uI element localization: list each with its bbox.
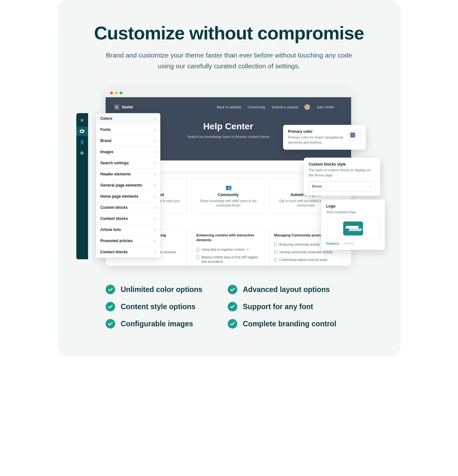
document-icon	[274, 250, 277, 254]
nav-submit[interactable]: Submit a request	[272, 105, 298, 109]
kb-link-text: Making content easy to find with toggles…	[201, 255, 260, 264]
float-desc: Your company logo	[326, 210, 380, 215]
document-icon	[196, 248, 199, 251]
panel-item-fonts[interactable]: Fonts›	[96, 124, 160, 135]
panel-item-custom-blocks[interactable]: Custom blocks›	[96, 202, 160, 213]
traffic-min-icon	[115, 92, 118, 94]
check-icon	[106, 302, 115, 311]
nav-back[interactable]: Back to website	[217, 105, 241, 109]
kb-col-title: Enhancing content with interactive eleme…	[196, 233, 260, 243]
panel-item-promoted-articles[interactable]: Promoted articles›	[96, 235, 160, 247]
replace-button[interactable]: Replace	[326, 241, 339, 245]
panel-label: Article lists	[101, 228, 121, 232]
chevron-right-icon: ›	[154, 160, 156, 166]
browser-chrome	[106, 88, 351, 97]
panel-item-search-settings[interactable]: Search settings›	[96, 158, 160, 169]
panel-label: Colors	[101, 116, 113, 121]
brand-name: Xavier	[122, 105, 133, 109]
settings-panel: Colors›Fonts›Brand›Images›Search setting…	[96, 113, 160, 258]
nav-user[interactable]: John Smith	[316, 105, 334, 109]
feature-item: Unlimited color options	[106, 285, 228, 294]
check-icon	[106, 319, 115, 329]
panel-item-contact-blocks[interactable]: Contact blocks›	[96, 247, 160, 258]
panel-item-brand[interactable]: Brand›	[96, 135, 160, 146]
panel-item-content-blocks[interactable]: Content blocks›	[96, 213, 160, 224]
panel-label: Home page elements	[101, 194, 139, 199]
kb-link[interactable]: Viewing community moderator activity	[274, 248, 338, 256]
chevron-right-icon: ›	[154, 116, 156, 121]
panel-label: General page elements	[101, 183, 142, 187]
float-desc: Primary color for major navigational ele…	[288, 135, 344, 145]
rail-preview-icon[interactable]	[76, 126, 88, 136]
panel-item-images[interactable]: Images›	[96, 146, 160, 158]
chevron-down-icon: ⌄	[369, 184, 371, 188]
rail-settings-icon[interactable]: ⚙	[76, 148, 88, 158]
panel-item-colors[interactable]: Colors›	[96, 113, 160, 124]
brand-mark-icon: X	[114, 104, 120, 110]
kb-link[interactable]: Making content easy to find with toggles…	[196, 254, 260, 266]
kb-link-text: Viewing community moderator activity	[279, 250, 333, 255]
traffic-max-icon	[120, 92, 122, 94]
feature-item: Advanced layout options	[228, 285, 350, 294]
kb-link[interactable]: Using tabs to organize content★	[196, 246, 260, 254]
swatch-preview-icon	[350, 133, 355, 138]
panel-item-article-lists[interactable]: Article lists›	[96, 224, 160, 235]
kb-column: Enhancing content with interactive eleme…	[191, 229, 265, 266]
select-value: Boxes	[312, 184, 322, 188]
check-icon	[228, 285, 237, 294]
card-community[interactable]: 👥 Community Share knowledge with other u…	[191, 178, 265, 214]
traffic-close-icon	[110, 92, 113, 94]
panel-label: Brand	[101, 139, 112, 143]
chevron-down-icon[interactable]: ⌄	[341, 106, 343, 109]
rail-menu-icon[interactable]: ≡	[76, 116, 88, 125]
chevron-right-icon: ›	[154, 171, 156, 177]
chevron-right-icon: ›	[154, 127, 156, 133]
feature-item: Content style options	[106, 302, 228, 311]
document-icon	[274, 258, 277, 262]
panel-item-general-page-elements[interactable]: General page elements›	[96, 180, 160, 191]
color-swatch[interactable]: ⌄	[349, 130, 361, 140]
check-icon	[228, 302, 237, 311]
nav-community[interactable]: Community	[248, 105, 266, 109]
sidebar-rail: ≡ 👤 ⚙	[76, 113, 88, 259]
rail-users-icon[interactable]: 👤	[76, 137, 88, 147]
avatar-icon[interactable]	[304, 104, 310, 110]
panel-item-header-elements[interactable]: Header elements›	[96, 169, 160, 180]
panel-label: Fonts	[101, 127, 111, 132]
chevron-right-icon: ›	[154, 182, 156, 188]
document-icon	[196, 255, 199, 259]
feature-item: Support for any font	[228, 302, 350, 311]
float-custom-blocks: Custom blocks style The style of custom …	[304, 158, 380, 196]
kb-link[interactable]: Customizing status icons for posts	[274, 256, 338, 264]
logo-preview	[326, 218, 380, 239]
float-title: Primary color	[288, 129, 344, 134]
kb-link-text: Customizing status icons for posts	[279, 258, 328, 262]
chevron-right-icon: ›	[154, 227, 156, 233]
panel-label: Header elements	[101, 172, 131, 176]
card-desc: Share knowledge with other users in our …	[196, 199, 260, 208]
feature-label: Support for any font	[243, 303, 313, 311]
float-title: Custom blocks style	[309, 162, 375, 167]
float-title: Logo	[326, 204, 380, 208]
panel-label: Search settings	[101, 161, 129, 165]
card-title: Community	[196, 193, 260, 197]
document-icon	[274, 243, 277, 246]
float-primary-color: Primary color Primary color for major na…	[283, 125, 366, 150]
headline: Customize without compromise	[58, 0, 400, 44]
feature-item: Configurable images	[106, 319, 228, 329]
revert-button[interactable]: Revert	[344, 241, 354, 245]
feature-item: Complete branding control	[228, 319, 350, 329]
chevron-right-icon: ›	[154, 216, 156, 221]
brand[interactable]: X Xavier	[114, 104, 133, 110]
panel-label: Images	[101, 150, 114, 154]
chevron-right-icon: ›	[154, 138, 156, 144]
star-icon: ★	[246, 248, 249, 252]
panel-label: Contact blocks	[101, 250, 128, 254]
blocks-style-select[interactable]: Boxes ⌄	[309, 181, 375, 191]
logo-image-icon	[343, 221, 363, 235]
panel-label: Content blocks	[101, 216, 128, 221]
chevron-right-icon: ›	[154, 238, 156, 244]
panel-item-home-page-elements[interactable]: Home page elements›	[96, 191, 160, 202]
float-logo: Logo Your company logo Replace Revert	[321, 200, 385, 250]
chevron-down-icon: ⌄	[356, 133, 359, 137]
